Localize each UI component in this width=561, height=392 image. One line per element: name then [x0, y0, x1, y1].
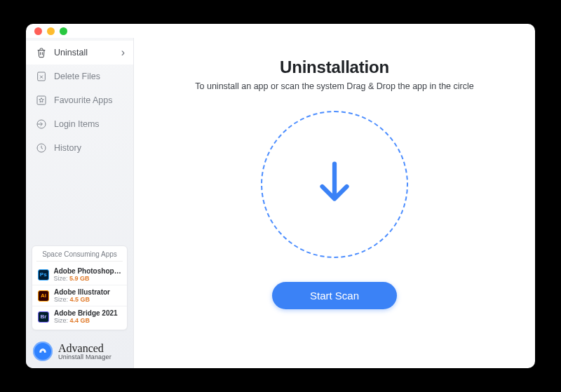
brand-name-bottom: Uninstall Manager: [58, 354, 111, 360]
space-app-row[interactable]: Br Adobe Bridge 2021 Size: 4.4 GB: [32, 306, 127, 327]
app-icon-illustrator: Ai: [38, 290, 49, 302]
app-size: Size: 4.5 GB: [54, 296, 110, 303]
sidebar-item-label: Favourite Apps: [54, 95, 112, 105]
window-titlebar: [26, 24, 535, 38]
sidebar-item-history[interactable]: History: [26, 136, 133, 160]
window-zoom-button[interactable]: [60, 27, 67, 35]
sidebar-item-uninstall[interactable]: Uninstall: [26, 41, 133, 65]
sidebar-item-label: Uninstall: [54, 48, 88, 58]
sidebar-item-login-items[interactable]: Login Items: [26, 112, 133, 136]
sidebar-item-label: Delete Files: [54, 72, 100, 81]
app-size: Size: 5.9 GB: [54, 275, 121, 282]
sidebar-item-favourite-apps[interactable]: Favourite Apps: [26, 88, 133, 112]
login-icon: [36, 119, 47, 130]
app-name: Adobe Photoshop 2...: [54, 267, 121, 275]
page-subtitle: To uninstall an app or scan the system D…: [195, 81, 473, 91]
sidebar: Uninstall Delete Files Favourite Apps: [26, 38, 134, 368]
brand-name-top: Advanced: [58, 343, 111, 354]
app-icon-bridge: Br: [38, 311, 49, 323]
brand: Advanced Uninstall Manager: [26, 336, 133, 368]
app-name: Adobe Illustrator: [54, 288, 110, 296]
clock-icon: [36, 142, 47, 154]
sidebar-item-delete-files[interactable]: Delete Files: [26, 65, 133, 88]
app-icon-photoshop: Ps: [38, 269, 49, 281]
space-consuming-apps-card: Space Consuming Apps Ps Adobe Photoshop …: [32, 245, 128, 330]
space-card-title: Space Consuming Apps: [36, 250, 123, 262]
file-x-icon: [36, 71, 47, 82]
main-panel: Uninstallation To uninstall an app or sc…: [134, 38, 535, 368]
sidebar-nav: Uninstall Delete Files Favourite Apps: [26, 38, 133, 160]
brand-logo-icon: [33, 342, 53, 361]
page-title: Uninstallation: [280, 58, 389, 77]
trash-icon: [36, 47, 47, 58]
window-close-button[interactable]: [34, 27, 42, 35]
app-size: Size: 4.4 GB: [54, 317, 118, 324]
drop-zone[interactable]: [261, 111, 408, 258]
sidebar-item-label: History: [54, 143, 81, 153]
star-box-icon: [36, 95, 47, 106]
app-name: Adobe Bridge 2021: [54, 309, 118, 317]
app-window: Uninstall Delete Files Favourite Apps: [26, 24, 535, 368]
window-minimize-button[interactable]: [47, 27, 55, 35]
sidebar-item-label: Login Items: [54, 119, 100, 129]
arrow-down-icon: [313, 158, 356, 210]
space-app-row[interactable]: Ai Adobe Illustrator Size: 4.5 GB: [32, 285, 127, 306]
start-scan-button[interactable]: Start Scan: [272, 282, 397, 309]
space-app-row[interactable]: Ps Adobe Photoshop 2... Size: 5.9 GB: [32, 264, 127, 285]
